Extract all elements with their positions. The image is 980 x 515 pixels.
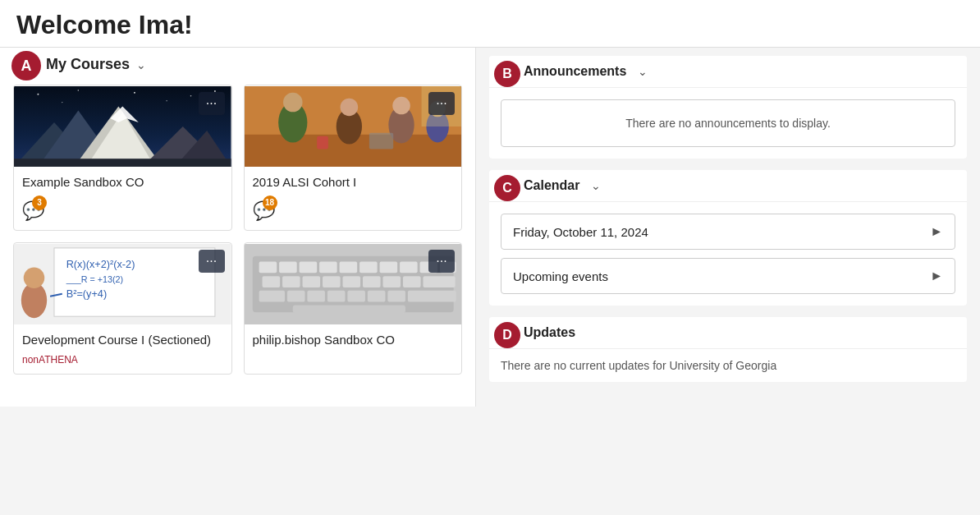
svg-rect-54 <box>342 276 360 287</box>
course-image-whiteboard: R(x)(x+2)²(x-2) ___R = +13(2) B²=(y+4) ·… <box>14 243 231 325</box>
svg-point-22 <box>340 99 358 117</box>
announcements-title: Announcements <box>524 64 626 79</box>
course-card-bishop[interactable]: ··· philip.bishop Sandbox CO <box>244 242 463 375</box>
svg-point-4 <box>190 95 192 97</box>
course-menu-btn-alsi[interactable]: ··· <box>428 92 455 115</box>
calendar-date-row[interactable]: Friday, October 11, 2024 ► <box>501 214 955 250</box>
announcements-section: B Announcements ⌄ There are no announcem… <box>489 56 967 159</box>
svg-rect-67 <box>292 305 405 313</box>
course-name-alsi: 2019 ALSI Cohort I <box>253 174 454 191</box>
svg-point-7 <box>166 100 167 101</box>
svg-rect-27 <box>317 136 328 149</box>
svg-point-20 <box>283 93 303 113</box>
svg-text:B²=(y+4): B²=(y+4) <box>66 287 107 299</box>
svg-point-3 <box>134 92 135 94</box>
notif-badge-sandbox: 3 <box>32 195 47 210</box>
updates-title: Updates <box>524 325 575 340</box>
svg-rect-53 <box>323 276 341 287</box>
svg-point-6 <box>62 102 62 103</box>
calendar-date-chevron: ► <box>930 224 943 239</box>
svg-rect-63 <box>347 290 365 301</box>
svg-point-36 <box>24 267 44 287</box>
svg-text:___R = +13(2): ___R = +13(2) <box>66 274 123 284</box>
svg-rect-55 <box>363 276 381 287</box>
notif-badge-alsi: 18 <box>263 195 277 210</box>
svg-rect-58 <box>423 276 455 287</box>
svg-rect-66 <box>407 290 456 301</box>
svg-rect-46 <box>379 261 397 273</box>
course-card-alsi[interactable]: ··· 2019 ALSI Cohort I 💬 18 <box>244 85 463 231</box>
svg-rect-59 <box>259 290 284 301</box>
announcements-empty: There are no announcements to display. <box>501 99 955 147</box>
badge-c: C <box>494 175 520 201</box>
course-info-dev: Development Course I (Sectioned) nonATHE… <box>14 325 231 375</box>
course-image-mountain: ··· <box>14 85 231 168</box>
svg-rect-52 <box>302 276 320 287</box>
svg-rect-40 <box>259 261 277 273</box>
calendar-chevron[interactable]: ⌄ <box>591 179 601 192</box>
calendar-section: C Calendar ⌄ Friday, October 11, 2024 ► … <box>489 170 967 306</box>
svg-text:R(x)(x+2)²(x-2): R(x)(x+2)²(x-2) <box>66 258 135 270</box>
calendar-body: Friday, October 11, 2024 ► Upcoming even… <box>489 202 967 306</box>
chat-wrap-alsi: 💬 18 <box>253 200 275 222</box>
updates-body: There are no current updates for Univers… <box>489 349 967 382</box>
course-name-bishop: philip.bishop Sandbox CO <box>253 332 454 348</box>
course-menu-btn-bishop[interactable]: ··· <box>428 250 455 273</box>
course-info-sandbox: Example Sandbox CO 💬 3 <box>14 168 231 230</box>
course-info-alsi: 2019 ALSI Cohort I 💬 18 <box>245 168 462 230</box>
updates-section: D Updates There are no current updates f… <box>489 317 967 382</box>
course-name-sandbox: Example Sandbox CO <box>22 174 223 191</box>
svg-rect-47 <box>400 261 418 273</box>
svg-rect-50 <box>262 276 280 287</box>
upcoming-events-chevron: ► <box>930 269 943 283</box>
svg-point-24 <box>392 97 410 115</box>
svg-rect-61 <box>307 290 325 301</box>
svg-rect-56 <box>382 276 401 287</box>
announcements-empty-text: There are no announcements to display. <box>625 117 831 130</box>
calendar-header: C Calendar ⌄ <box>489 170 967 202</box>
svg-rect-15 <box>14 159 231 167</box>
svg-rect-57 <box>402 276 420 287</box>
svg-rect-65 <box>387 290 405 301</box>
course-card-dev[interactable]: R(x)(x+2)²(x-2) ___R = +13(2) B²=(y+4) ·… <box>13 242 232 375</box>
calendar-date-label: Friday, October 11, 2024 <box>513 225 648 239</box>
courses-grid: ··· Example Sandbox CO 💬 3 <box>13 85 462 375</box>
my-courses-chevron[interactable]: ⌄ <box>136 58 146 71</box>
course-image-keyboard: ··· <box>245 243 462 325</box>
course-image-people: ··· <box>245 85 462 168</box>
svg-rect-45 <box>359 261 378 273</box>
upcoming-events-label: Upcoming events <box>513 269 608 283</box>
upcoming-events-row[interactable]: Upcoming events ► <box>501 258 955 294</box>
updates-message: There are no current updates for Univers… <box>501 359 776 372</box>
svg-point-1 <box>37 94 39 95</box>
chat-wrap-sandbox: 💬 3 <box>22 200 44 222</box>
course-info-bishop: philip.bishop Sandbox CO <box>245 325 462 363</box>
svg-rect-62 <box>327 290 345 301</box>
badge-d: D <box>494 322 520 348</box>
course-subtitle-dev: nonATHENA <box>22 354 223 366</box>
page-title: Welcome Ima! <box>16 10 964 40</box>
course-menu-btn-dev[interactable]: ··· <box>199 250 225 273</box>
announcements-header: B Announcements ⌄ <box>489 56 967 88</box>
course-card-sandbox-co[interactable]: ··· Example Sandbox CO 💬 3 <box>13 85 232 231</box>
svg-rect-41 <box>279 261 297 273</box>
svg-rect-64 <box>367 290 385 301</box>
course-name-dev: Development Course I (Sectioned) <box>22 332 223 348</box>
svg-rect-44 <box>339 261 357 273</box>
svg-rect-43 <box>319 261 337 273</box>
svg-rect-60 <box>286 290 305 301</box>
svg-point-2 <box>78 90 80 91</box>
course-menu-btn-sandbox[interactable]: ··· <box>199 92 225 115</box>
my-courses-title: My Courses <box>46 56 130 73</box>
badge-b: B <box>494 61 520 87</box>
svg-rect-28 <box>369 133 392 149</box>
my-courses-header: A My Courses ⌄ <box>13 56 462 73</box>
badge-a: A <box>11 51 41 80</box>
svg-rect-51 <box>282 276 300 287</box>
page-header: Welcome Ima! <box>0 0 980 48</box>
right-panel: B Announcements ⌄ There are no announcem… <box>476 48 980 407</box>
announcements-body: There are no announcements to display. <box>489 88 967 159</box>
left-panel: A My Courses ⌄ <box>0 48 476 407</box>
svg-rect-42 <box>299 261 317 273</box>
announcements-chevron[interactable]: ⌄ <box>638 65 648 78</box>
